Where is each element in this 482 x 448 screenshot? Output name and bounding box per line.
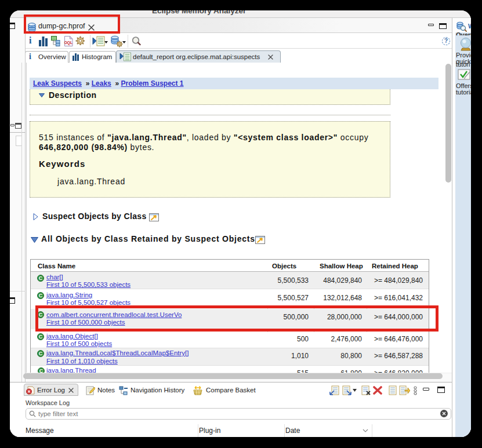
svg-text:OQL: OQL — [64, 41, 73, 45]
